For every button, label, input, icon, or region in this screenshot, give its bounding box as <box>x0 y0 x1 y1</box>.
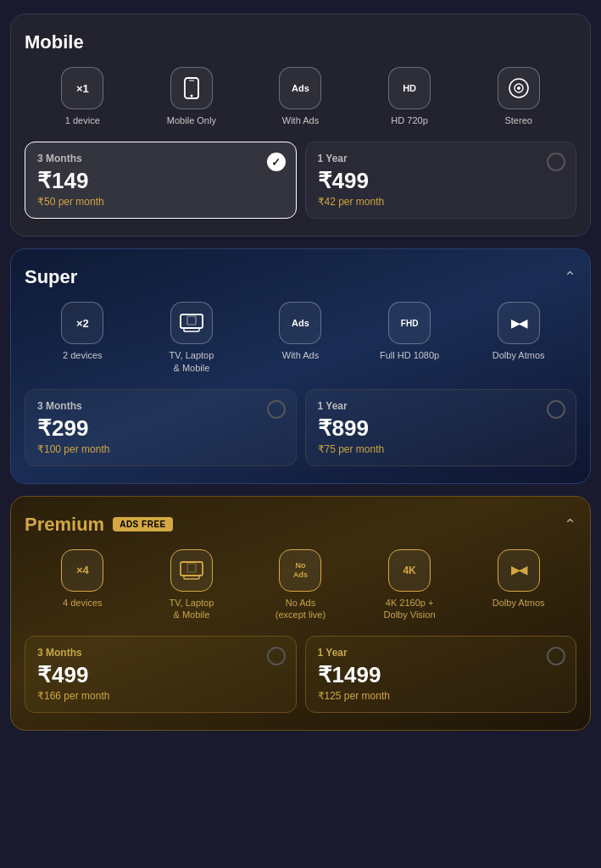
price-option-premium-1[interactable]: 1 Year₹1499₹125 per month <box>305 636 577 713</box>
svg-rect-2 <box>189 81 194 81</box>
price-amount: ₹299 <box>37 415 284 442</box>
svg-rect-7 <box>184 328 199 331</box>
feature-icon-x4: ×4 <box>61 549 103 592</box>
price-period-label: 1 Year <box>318 153 565 164</box>
radio-button[interactable] <box>267 647 286 665</box>
svg-rect-11 <box>187 564 196 572</box>
feature-icon-tv <box>170 302 213 344</box>
plan-header-mobile: Mobile <box>25 31 576 53</box>
ads-free-badge: ADS FREE <box>113 517 173 531</box>
plan-title-row: PremiumADS FREE <box>25 514 173 536</box>
price-options-premium: 3 Months₹499₹166 per month1 Year₹1499₹12… <box>25 636 576 713</box>
feature-audio: ▶◀Dolby Atmos <box>464 302 573 361</box>
plan-header-super: Super⌃ <box>25 266 576 288</box>
feature-icon-mobile <box>170 67 213 109</box>
feature-label-screen: TV, Laptop & Mobile <box>169 349 214 374</box>
feature-icon-hd: HD <box>388 67 431 109</box>
feature-label-audio: Dolby Atmos <box>492 597 545 609</box>
price-amount: ₹1499 <box>318 662 565 688</box>
price-per-month: ₹42 per month <box>318 196 565 208</box>
feature-label-ads: With Ads <box>282 349 319 361</box>
page-container: Mobile×11 device Mobile OnlyAdsWith AdsH… <box>0 0 601 744</box>
feature-screen: TV, Laptop & Mobile <box>137 302 247 374</box>
radio-button[interactable] <box>547 400 565 419</box>
feature-label-screen: Mobile Only <box>167 114 216 126</box>
svg-point-5 <box>517 86 520 90</box>
feature-ads: NoAdsNo Ads (except live) <box>246 549 355 621</box>
feature-audio: ▶◀Dolby Atmos <box>464 549 573 609</box>
features-row-super: ×22 devices TV, Laptop & MobileAdsWith A… <box>25 302 576 374</box>
plan-title-row: Mobile <box>25 31 84 53</box>
feature-devices: ×44 devices <box>28 549 137 609</box>
feature-screen: Mobile Only <box>137 67 247 126</box>
plan-header-premium: PremiumADS FREE⌃ <box>25 514 576 536</box>
feature-ads: AdsWith Ads <box>246 302 355 361</box>
feature-label-quality: 4K 2160p + Dolby Vision <box>384 597 436 621</box>
price-options-mobile: 3 Months₹149₹50 per month1 Year₹499₹42 p… <box>25 142 576 219</box>
plan-card-super: Super⌃×22 devices TV, Laptop & MobileAds… <box>10 248 591 484</box>
features-row-premium: ×44 devices TV, Laptop & MobileNoAdsNo A… <box>25 549 576 621</box>
feature-icon-ads: Ads <box>279 302 321 344</box>
feature-label-screen: TV, Laptop & Mobile <box>169 597 214 621</box>
feature-audio: Stereo <box>464 67 573 126</box>
feature-icon-dolby: ▶◀ <box>498 302 540 344</box>
price-period-label: 1 Year <box>318 400 565 412</box>
feature-label-quality: HD 720p <box>391 114 427 126</box>
plan-title-premium: Premium <box>25 514 104 536</box>
price-option-super-1[interactable]: 1 Year₹899₹75 per month <box>305 389 577 466</box>
feature-quality: FHDFull HD 1080p <box>355 302 465 361</box>
plan-card-mobile: Mobile×11 device Mobile OnlyAdsWith AdsH… <box>10 14 591 236</box>
feature-label-ads: No Ads (except live) <box>275 597 326 621</box>
feature-icon-stereo <box>498 67 540 109</box>
price-option-mobile-1[interactable]: 1 Year₹499₹42 per month <box>305 142 577 219</box>
chevron-up-icon[interactable]: ⌃ <box>564 515 576 534</box>
feature-icon-ads: Ads <box>279 67 321 109</box>
svg-rect-10 <box>184 576 199 579</box>
plan-card-premium: PremiumADS FREE⌃×44 devices TV, Laptop &… <box>10 496 591 732</box>
plan-title-super: Super <box>25 266 77 288</box>
feature-icon-dolby: ▶◀ <box>498 549 540 592</box>
price-period-label: 3 Months <box>37 647 284 659</box>
feature-icon-x1: ×1 <box>61 67 103 109</box>
feature-label-devices: 2 devices <box>63 349 102 361</box>
price-period-label: 3 Months <box>37 153 284 164</box>
plan-title-mobile: Mobile <box>25 31 84 53</box>
price-amount: ₹499 <box>318 168 565 194</box>
plan-title-row: Super <box>25 266 77 288</box>
feature-devices: ×22 devices <box>28 302 137 361</box>
price-option-mobile-0[interactable]: 3 Months₹149₹50 per month <box>25 142 297 219</box>
price-amount: ₹899 <box>318 415 565 442</box>
price-per-month: ₹50 per month <box>37 196 284 208</box>
feature-icon-x2: ×2 <box>61 302 103 344</box>
price-period-label: 3 Months <box>37 400 284 412</box>
price-amount: ₹499 <box>37 662 284 688</box>
feature-quality: 4K4K 2160p + Dolby Vision <box>355 549 465 621</box>
price-amount: ₹149 <box>37 168 284 194</box>
feature-icon-no-ads: NoAds <box>279 549 321 592</box>
feature-ads: AdsWith Ads <box>246 67 355 126</box>
feature-label-devices: 4 devices <box>63 597 102 609</box>
feature-devices: ×11 device <box>28 67 137 126</box>
feature-label-audio: Dolby Atmos <box>492 349 545 361</box>
feature-icon-fhd: FHD <box>388 302 431 344</box>
price-per-month: ₹125 per month <box>318 690 565 702</box>
price-option-premium-0[interactable]: 3 Months₹499₹166 per month <box>25 636 297 713</box>
price-options-super: 3 Months₹299₹100 per month1 Year₹899₹75 … <box>25 389 576 466</box>
price-per-month: ₹75 per month <box>318 443 565 455</box>
feature-label-audio: Stereo <box>504 114 531 126</box>
price-option-super-0[interactable]: 3 Months₹299₹100 per month <box>25 389 297 466</box>
price-period-label: 1 Year <box>318 647 565 659</box>
price-per-month: ₹166 per month <box>37 690 284 702</box>
feature-screen: TV, Laptop & Mobile <box>137 549 247 621</box>
chevron-up-icon[interactable]: ⌃ <box>564 268 576 287</box>
features-row-mobile: ×11 device Mobile OnlyAdsWith AdsHDHD 72… <box>25 67 576 126</box>
price-per-month: ₹100 per month <box>37 443 284 455</box>
radio-button[interactable] <box>267 400 286 419</box>
feature-label-devices: 1 device <box>65 114 100 126</box>
feature-icon-tv <box>170 549 213 592</box>
feature-label-ads: With Ads <box>282 114 319 126</box>
feature-label-quality: Full HD 1080p <box>380 349 439 361</box>
radio-button[interactable] <box>267 153 286 171</box>
svg-point-1 <box>190 95 192 97</box>
feature-icon-4k: 4K <box>388 549 431 592</box>
